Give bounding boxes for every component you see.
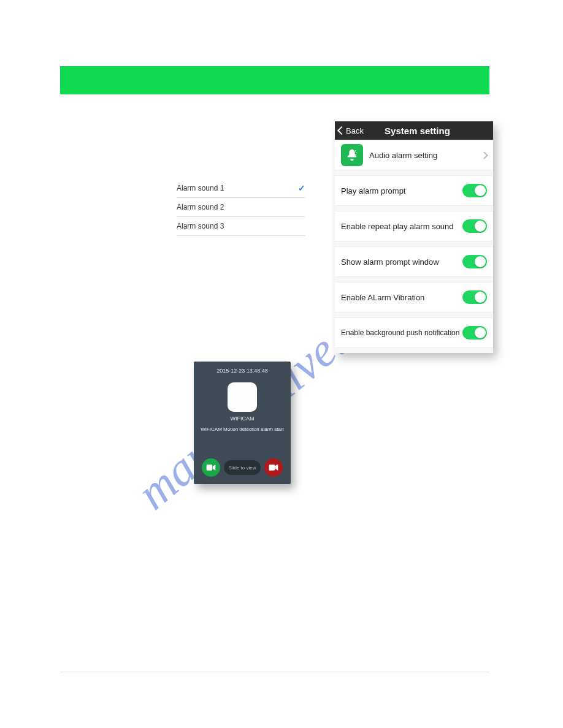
alarm-sound-label: Alarm sound 2: [177, 203, 224, 211]
alarm-sound-list: Alarm sound 1 ✓ Alarm sound 2 Alarm soun…: [177, 179, 305, 236]
toggle-label: Play alarm prompt: [341, 186, 462, 195]
popup-timestamp: 2015-12-23 13:48:48: [216, 368, 268, 374]
slide-to-view[interactable]: Slide to view: [224, 460, 261, 475]
svg-rect-1: [207, 464, 212, 470]
popup-app-name: WIFICAM: [231, 415, 255, 422]
camera-icon: [206, 464, 216, 471]
header-green-bar: [60, 66, 489, 94]
toggle-switch[interactable]: [462, 184, 487, 197]
slide-bar: Slide to view: [202, 458, 283, 477]
decline-button[interactable]: [264, 458, 283, 477]
toggle-switch[interactable]: [462, 219, 487, 233]
answer-button[interactable]: [202, 458, 220, 477]
toggle-row-window: Show alarm prompt window: [335, 246, 493, 277]
app-icon: [228, 382, 257, 412]
toggle-switch[interactable]: [462, 255, 487, 268]
checkmark-icon: ✓: [298, 183, 305, 193]
camera-off-icon: [269, 464, 278, 471]
toggle-label: Enable repeat play alarm sound: [341, 222, 462, 231]
toggle-label: Enable ALarm Vibration: [341, 293, 462, 302]
chevron-right-icon: [480, 151, 488, 159]
toggle-label: Show alarm prompt window: [341, 257, 462, 267]
bell-icon: [341, 144, 363, 166]
system-setting-header: Back System setting: [335, 121, 493, 140]
alarm-sound-row[interactable]: Alarm sound 1 ✓: [177, 179, 305, 198]
footer-divider: [60, 672, 489, 672]
alarm-sound-label: Alarm sound 3: [177, 222, 224, 230]
system-setting-title: System setting: [345, 126, 489, 136]
alarm-popup: 2015-12-23 13:48:48 WIFICAM WIFICAM Moti…: [194, 362, 291, 484]
alarm-sound-label: Alarm sound 1: [177, 184, 224, 192]
toggle-label: Enable background push notification: [341, 328, 462, 337]
system-setting-panel: Back System setting Audio alarm setting …: [335, 121, 493, 353]
toggle-row-play-alarm: Play alarm prompt: [335, 175, 493, 206]
toggle-row-push: Enable background push notification: [335, 317, 493, 348]
toggle-row-vibration: Enable ALarm Vibration: [335, 282, 493, 313]
alarm-sound-row[interactable]: Alarm sound 3: [177, 217, 305, 236]
toggle-row-repeat: Enable repeat play alarm sound: [335, 211, 493, 241]
audio-alarm-setting-row[interactable]: Audio alarm setting: [335, 140, 493, 170]
toggle-switch[interactable]: [462, 290, 487, 304]
toggle-switch[interactable]: [462, 326, 487, 339]
alarm-sound-row[interactable]: Alarm sound 2: [177, 198, 305, 217]
popup-message: WIFICAM Motion detection alarm start: [197, 427, 288, 432]
audio-alarm-label: Audio alarm setting: [369, 151, 481, 160]
